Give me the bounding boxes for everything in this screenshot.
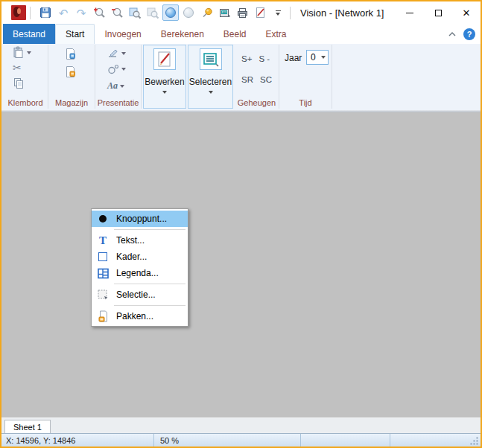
selection-icon <box>97 289 109 301</box>
menu-item-kader[interactable]: Kader... <box>92 249 188 265</box>
group-label-tijd: Tijd <box>279 98 332 107</box>
branch-tool-icon <box>183 7 194 18</box>
paste-icon <box>12 46 25 59</box>
zoom-in-icon <box>93 7 106 19</box>
print-icon <box>236 7 249 19</box>
help-icon: ? <box>467 30 472 39</box>
statusbar-right-segment <box>390 434 481 447</box>
tab-berekenen[interactable]: Berekenen <box>151 24 214 44</box>
paste-dropdown-icon <box>27 51 31 54</box>
close-icon: ✕ <box>463 8 471 18</box>
tab-extra[interactable]: Extra <box>256 24 297 44</box>
resize-grip[interactable] <box>470 437 479 446</box>
magazijn-open-button[interactable] <box>64 48 77 60</box>
ribbon: ✂ Klembord Magazijn <box>1 44 481 110</box>
text-icon: T <box>97 234 109 246</box>
selecteren-button[interactable]: Selecteren <box>188 45 233 109</box>
bewerken-button[interactable]: Bewerken <box>143 45 186 109</box>
presentatie-pencil-icon <box>107 48 119 59</box>
magazijn-doc-blue-icon <box>64 48 77 60</box>
zoom-window-button[interactable] <box>127 4 143 21</box>
menu-separator <box>114 229 185 230</box>
magazijn-doc-orange-icon <box>64 65 77 78</box>
zoom-previous-icon <box>147 7 159 19</box>
grab-icon <box>97 310 109 322</box>
qat-menu-button[interactable] <box>270 4 286 21</box>
statusbar-coordinates: X: 14596, Y: 14846 <box>1 434 154 447</box>
presentatie-shapes-dropdown-icon <box>121 68 126 71</box>
node-icon <box>97 213 109 225</box>
tab-start[interactable]: Start <box>55 24 95 44</box>
memory-sminus-button[interactable]: S - <box>259 54 270 63</box>
node-tool-button[interactable] <box>162 4 179 21</box>
collapse-ribbon-icon[interactable] <box>448 31 457 37</box>
cut-icon: ✂ <box>13 63 22 73</box>
minimize-button[interactable] <box>396 1 424 24</box>
app-icon-art2 <box>17 8 21 14</box>
group-label-klembord: Klembord <box>3 98 48 107</box>
bewerken-label: Bewerken <box>145 77 184 87</box>
maximize-button[interactable] <box>424 1 452 24</box>
zoom-window-icon <box>129 7 142 19</box>
menu-item-selectie[interactable]: Selectie... <box>92 287 188 303</box>
copy-button[interactable] <box>13 77 25 89</box>
save-icon <box>39 7 51 19</box>
menu-item-label: Legenda... <box>116 268 159 278</box>
help-button[interactable]: ? <box>463 28 475 40</box>
menu-item-legenda[interactable]: Legenda... <box>92 265 188 281</box>
jaar-combobox[interactable]: 0 <box>306 50 329 65</box>
group-label-magazijn: Magazijn <box>48 98 95 107</box>
undo-button[interactable]: ↶ <box>55 4 72 21</box>
tab-beeld[interactable]: Beeld <box>214 24 256 44</box>
memory-splus-button[interactable]: S+ <box>241 54 252 63</box>
zoom-previous-button[interactable] <box>145 4 161 21</box>
menu-item-label: Tekst... <box>116 235 145 246</box>
selecteren-dropdown-icon <box>209 91 213 94</box>
app-icon[interactable] <box>11 5 26 20</box>
menu-item-pakken[interactable]: Pakken... <box>92 308 188 324</box>
zoom-in-button[interactable] <box>91 4 107 21</box>
bewerken-iconbox <box>153 48 176 70</box>
presentatie-shapes-button[interactable] <box>107 64 126 74</box>
menu-item-tekst[interactable]: T Tekst... <box>92 232 188 249</box>
presentatie-edit-button[interactable] <box>107 48 126 59</box>
magazijn-save-button[interactable] <box>64 65 77 78</box>
menu-item-knooppunt[interactable]: Knooppunt... <box>92 211 188 227</box>
branch-tool-button[interactable] <box>180 4 197 21</box>
presentatie-fonts-button[interactable]: Aa <box>107 80 124 92</box>
save-button[interactable] <box>37 4 54 21</box>
qat-menu-icon <box>276 10 281 16</box>
memory-sr-button[interactable]: SR <box>241 75 253 84</box>
sheet-tab[interactable]: Sheet 1 <box>4 420 51 434</box>
group-magazijn: Magazijn <box>48 45 95 109</box>
tab-bestand[interactable]: Bestand <box>3 24 55 44</box>
redo-button[interactable]: ↷ <box>73 4 89 21</box>
statusbar-zoom-level: 50 % <box>154 434 301 447</box>
selecteren-label: Selecteren <box>189 77 232 87</box>
group-label-geheugen: Geheugen <box>235 98 279 107</box>
jaar-value: 0 <box>311 52 321 63</box>
presentatie-edit-dropdown-icon <box>121 52 126 55</box>
pin-button[interactable] <box>198 4 215 21</box>
close-button[interactable]: ✕ <box>452 1 481 24</box>
group-label-presentatie: Presentatie <box>95 98 141 107</box>
cut-button[interactable]: ✂ <box>13 63 22 73</box>
minimize-icon <box>406 13 413 13</box>
print-button[interactable] <box>234 4 250 21</box>
tab-invoegen[interactable]: Invoegen <box>95 24 150 44</box>
sheet-tab-bar: Sheet 1 <box>1 417 481 433</box>
presentatie-fonts-icon: Aa <box>107 80 118 92</box>
edit-button[interactable] <box>252 4 268 21</box>
title-bar: ↶ ↷ <box>1 1 481 24</box>
context-menu: Knooppunt... T Tekst... Kader... Legenda… <box>91 208 188 327</box>
jaar-label: Jaar <box>285 53 302 63</box>
copy-icon <box>13 77 25 89</box>
window-controls: ✕ <box>396 1 481 24</box>
paste-button[interactable] <box>12 46 31 59</box>
zoom-out-button[interactable] <box>109 4 125 21</box>
undo-icon: ↶ <box>59 7 69 19</box>
memory-sc-button[interactable]: SC <box>260 75 272 84</box>
print-preview-button[interactable] <box>216 4 232 21</box>
application-window: ↶ ↷ <box>0 0 482 448</box>
drawing-canvas[interactable]: Knooppunt... T Tekst... Kader... Legenda… <box>1 112 481 417</box>
